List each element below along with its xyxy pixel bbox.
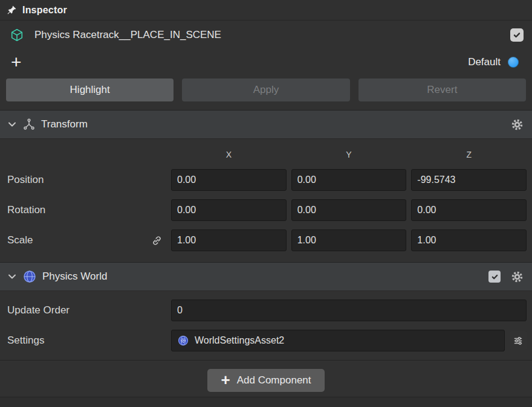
linked-scale-icon[interactable] [151, 235, 163, 246]
world-settings-asset-icon [177, 335, 189, 347]
settings-object-field[interactable]: WorldSettingsAsset2 [171, 330, 505, 351]
add-component-label: Add Component [237, 374, 311, 386]
inspector-panel: Inspector Physics Racetrack__PLACE_IN_SC… [0, 0, 532, 407]
panel-footer [0, 397, 532, 407]
add-component-area: + Add Component [0, 360, 532, 397]
rotation-x-input[interactable] [171, 199, 287, 221]
transform-section-header[interactable]: Transform [0, 110, 532, 139]
highlight-button[interactable]: Highlight [6, 79, 174, 101]
check-icon [491, 273, 499, 281]
physics-world-body: Update Order Settings WorldSettingsAsset… [0, 291, 532, 360]
chevron-down-icon[interactable] [7, 272, 17, 281]
scale-label: Scale [7, 234, 166, 246]
axis-x-label: X [171, 150, 287, 161]
override-state-label: Default [468, 56, 501, 68]
panel-title: Inspector [22, 5, 67, 16]
prefab-override-state[interactable]: Default [468, 56, 519, 68]
plus-icon: + [221, 372, 230, 388]
transform-section-title: Transform [41, 118, 505, 130]
inspector-titlebar: Inspector [0, 0, 532, 21]
axis-header-row: X Y Z [7, 146, 527, 161]
chevron-down-icon[interactable] [7, 120, 17, 129]
rotation-y-input[interactable] [291, 199, 407, 221]
update-order-label: Update Order [7, 304, 166, 316]
revert-button[interactable]: Revert [358, 79, 526, 101]
plus-icon: + [11, 52, 22, 72]
transform-gizmo-icon [22, 118, 36, 131]
rotation-row: Rotation [7, 199, 527, 221]
position-z-input[interactable] [411, 169, 527, 191]
position-label: Position [7, 174, 166, 186]
scale-y-input[interactable] [291, 229, 407, 251]
pin-icon[interactable] [6, 5, 17, 16]
gameobject-tools-row: + Default [0, 50, 532, 75]
settings-label: Settings [7, 335, 166, 347]
check-icon [513, 31, 521, 39]
scale-z-input[interactable] [411, 229, 527, 251]
add-component-button[interactable]: + Add Component [207, 369, 324, 392]
axis-y-label: Y [291, 150, 407, 161]
update-order-row: Update Order [7, 300, 527, 321]
physics-world-globe-icon [22, 269, 37, 284]
rotation-label: Rotation [7, 204, 166, 216]
update-order-input[interactable] [171, 300, 527, 321]
position-y-input[interactable] [291, 169, 407, 191]
axis-z-label: Z [411, 150, 527, 161]
position-row: Position [7, 169, 527, 191]
gameobject-active-checkbox[interactable] [510, 28, 524, 42]
physics-world-section-header[interactable]: Physics World [0, 262, 532, 291]
settings-asset-name: WorldSettingsAsset2 [195, 335, 284, 346]
settings-row: Settings WorldSettingsAsset2 [7, 330, 527, 351]
prefab-button-bar: Highlight Apply Revert [0, 75, 532, 110]
scale-x-input[interactable] [171, 229, 287, 251]
scale-row: Scale [7, 229, 527, 251]
rotation-z-input[interactable] [411, 199, 527, 221]
override-state-radio-icon[interactable] [508, 57, 519, 68]
transform-body: X Y Z Position Rotation Scale [0, 139, 532, 262]
prefab-cube-icon [10, 28, 24, 42]
physics-world-section-title: Physics World [42, 271, 483, 283]
gameobject-name: Physics Racetrack__PLACE_IN_SCENE [34, 29, 500, 41]
preset-picker-icon[interactable] [510, 331, 527, 350]
position-x-input[interactable] [171, 169, 287, 191]
transform-gear-icon[interactable] [511, 118, 524, 131]
physics-world-gear-icon[interactable] [511, 271, 524, 283]
gameobject-header: Physics Racetrack__PLACE_IN_SCENE [0, 21, 532, 50]
add-property-button[interactable]: + [11, 53, 22, 71]
apply-button[interactable]: Apply [182, 79, 349, 101]
physics-world-enabled-checkbox[interactable] [488, 271, 501, 283]
